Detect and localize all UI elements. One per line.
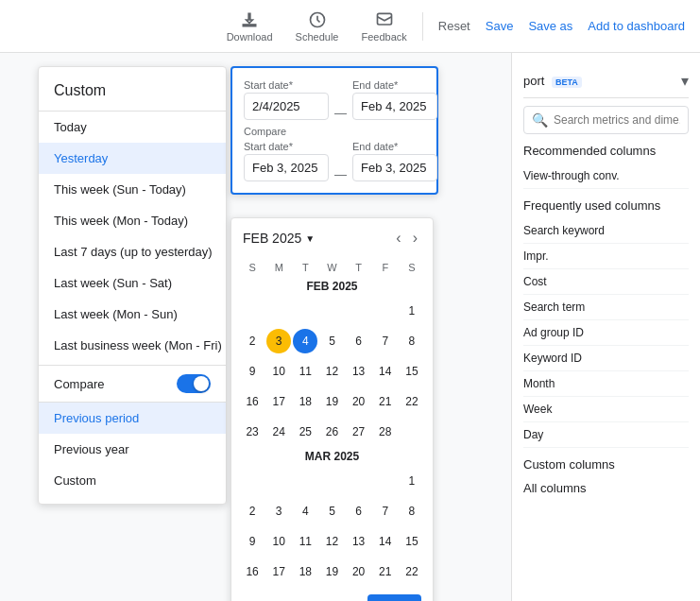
day-22-mar[interactable]: 22	[400, 559, 424, 584]
day-6-mar[interactable]: 6	[347, 499, 371, 524]
day-7-feb[interactable]: 7	[373, 329, 398, 353]
list-item[interactable]: Ad group ID	[523, 320, 689, 346]
day-24-feb[interactable]: 24	[266, 420, 291, 444]
save-button[interactable]: Save	[486, 19, 514, 33]
day-11-feb[interactable]: 11	[293, 359, 317, 384]
dropdown-item-today[interactable]: Today	[39, 112, 226, 143]
day-26-feb[interactable]: 26	[319, 420, 344, 444]
day-header-s2: S	[399, 258, 425, 277]
day-21-mar[interactable]: 21	[373, 559, 398, 584]
day-13-feb[interactable]: 13	[347, 359, 371, 384]
day-5-mar[interactable]: 5	[319, 499, 344, 524]
end-date-input[interactable]	[352, 93, 437, 120]
day-3-mar[interactable]: 3	[266, 499, 291, 524]
day-2-feb[interactable]: 2	[240, 329, 265, 353]
compare-dash: —	[334, 167, 347, 181]
list-item[interactable]: View-through conv.	[523, 163, 689, 189]
day-18-feb[interactable]: 18	[293, 389, 317, 414]
schedule-button[interactable]: Schedule	[296, 10, 339, 43]
day-16-mar[interactable]: 16	[240, 559, 265, 584]
day-15-mar[interactable]: 15	[400, 529, 424, 554]
day-1-feb[interactable]: 1	[400, 299, 424, 323]
day-21-feb[interactable]: 21	[373, 389, 398, 414]
day-9-feb[interactable]: 9	[240, 359, 265, 384]
day-5-feb[interactable]: 5	[319, 329, 344, 353]
calendar-panel: FEB 2025 ▼ ‹ › S M T W T F S FEB 2025	[230, 217, 434, 601]
day-3-feb[interactable]: 3	[266, 329, 291, 353]
day-11-mar[interactable]: 11	[293, 529, 317, 554]
compare-custom[interactable]: Custom	[39, 465, 226, 496]
day-8-feb[interactable]: 8	[400, 329, 424, 353]
list-item[interactable]: Search term	[523, 295, 689, 320]
prev-month-button[interactable]: ‹	[392, 226, 404, 250]
table-row: 1	[239, 296, 425, 326]
day-16-feb[interactable]: 16	[240, 389, 265, 414]
list-item[interactable]: Search keyword	[523, 218, 689, 244]
compare-start-input[interactable]	[244, 154, 329, 181]
day-2-mar[interactable]: 2	[240, 499, 265, 524]
day-14-feb[interactable]: 14	[373, 359, 398, 384]
dropdown-item-last-business[interactable]: Last business week (Mon - Fri)	[39, 330, 226, 361]
day-28-feb[interactable]: 28	[373, 420, 398, 444]
day-22-feb[interactable]: 22	[400, 389, 424, 414]
dropdown-item-yesterday[interactable]: Yesterday	[39, 143, 226, 174]
compare-previous-period[interactable]: Previous period	[39, 403, 226, 434]
day-8-mar[interactable]: 8	[400, 499, 424, 524]
day-6-feb[interactable]: 6	[347, 329, 371, 353]
dropdown-item-last-week-mon[interactable]: Last week (Mon - Sun)	[39, 299, 226, 330]
chevron-down-icon[interactable]: ▾	[681, 72, 689, 90]
list-item[interactable]: Cost	[523, 269, 689, 295]
day-4-mar[interactable]: 4	[293, 499, 317, 524]
next-month-button[interactable]: ›	[409, 226, 421, 250]
day-10-mar[interactable]: 10	[266, 529, 291, 554]
dropdown-item-last-week-sun[interactable]: Last week (Sun - Sat)	[39, 267, 226, 299]
compare-previous-year[interactable]: Previous year	[39, 434, 226, 465]
day-17-mar[interactable]: 17	[266, 559, 291, 584]
day-18-mar[interactable]: 18	[293, 559, 317, 584]
day-17-feb[interactable]: 17	[266, 389, 291, 414]
list-item[interactable]: Day	[523, 422, 689, 448]
dropdown-item-this-week-mon[interactable]: This week (Mon - Today)	[39, 205, 226, 236]
day-27-feb[interactable]: 27	[347, 420, 371, 444]
list-item[interactable]: Impr.	[523, 244, 689, 269]
schedule-label: Schedule	[296, 31, 339, 43]
day-7-mar[interactable]: 7	[373, 499, 398, 524]
day-20-feb[interactable]: 20	[347, 389, 371, 414]
start-date-input[interactable]	[244, 93, 329, 120]
day-1-mar[interactable]: 1	[400, 469, 424, 493]
calendar-month-label[interactable]: FEB 2025 ▼	[243, 231, 315, 246]
day-12-mar[interactable]: 12	[319, 529, 344, 554]
apply-button[interactable]: Apply	[367, 594, 421, 601]
day-header-f: F	[372, 258, 399, 277]
day-14-mar[interactable]: 14	[373, 529, 398, 554]
dropdown-item-last-7[interactable]: Last 7 days (up to yesterday)	[39, 236, 226, 267]
day-13-mar[interactable]: 13	[347, 529, 371, 554]
day-20-mar[interactable]: 20	[347, 559, 371, 584]
day-19-mar[interactable]: 19	[319, 559, 344, 584]
reset-button[interactable]: Reset	[438, 19, 470, 33]
day-23-feb[interactable]: 23	[240, 420, 265, 444]
table-row: 2 3 4 5 6 7 8	[239, 496, 425, 526]
toolbar-divider	[422, 12, 423, 41]
search-input[interactable]	[554, 113, 680, 127]
compare-end-input[interactable]	[352, 154, 437, 181]
feb-header: FEB 2025	[239, 277, 425, 296]
feedback-button[interactable]: Feedback	[361, 10, 406, 43]
list-item[interactable]: Keyword ID	[523, 346, 689, 371]
day-25-feb[interactable]: 25	[293, 420, 317, 444]
list-item[interactable]: Month	[523, 371, 689, 397]
cancel-button[interactable]: Cancel	[299, 594, 360, 601]
dropdown-item-this-week-sun[interactable]: This week (Sun - Today)	[39, 174, 226, 205]
compare-toggle[interactable]	[177, 374, 211, 393]
save-as-button[interactable]: Save as	[528, 19, 572, 33]
add-to-dashboard-button[interactable]: Add to dashboard	[588, 19, 685, 33]
day-header-m: M	[265, 258, 292, 277]
day-19-feb[interactable]: 19	[319, 389, 344, 414]
day-4-feb[interactable]: 4	[293, 329, 317, 353]
day-9-mar[interactable]: 9	[240, 529, 265, 554]
day-15-feb[interactable]: 15	[400, 359, 424, 384]
day-12-feb[interactable]: 12	[319, 359, 344, 384]
list-item[interactable]: Week	[523, 397, 689, 422]
day-10-feb[interactable]: 10	[266, 359, 291, 384]
download-button[interactable]: Download	[227, 10, 273, 43]
